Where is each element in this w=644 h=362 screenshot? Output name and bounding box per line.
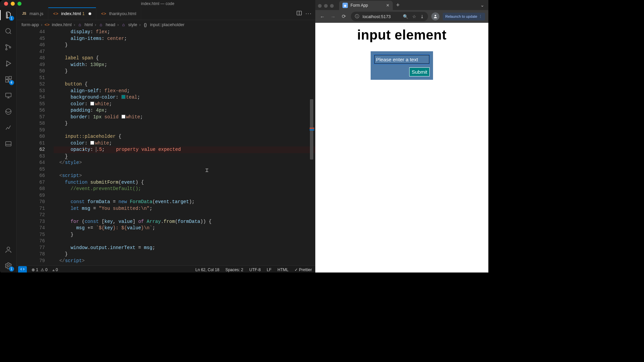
browser-tab-title: Form App <box>351 3 368 8</box>
remote-indicator-icon[interactable] <box>18 266 27 273</box>
panel-icon[interactable] <box>4 139 13 148</box>
graph-icon[interactable] <box>4 123 13 132</box>
breadcrumb-item[interactable]: ⌂head <box>98 22 115 27</box>
svg-point-13 <box>7 265 9 267</box>
editor-area: JS main.js <> index.html 1 <> thankyou.h… <box>17 7 315 274</box>
window-title: index.html — code <box>0 1 315 6</box>
svg-rect-9 <box>5 93 11 97</box>
search-icon[interactable] <box>4 27 13 36</box>
close-window-icon[interactable] <box>318 4 322 8</box>
explorer-icon[interactable]: 1 <box>4 11 13 19</box>
svg-rect-8 <box>9 76 11 79</box>
status-cursor-pos[interactable]: Ln 62, Col 18 <box>196 267 219 272</box>
minimize-window-icon[interactable] <box>324 4 328 8</box>
status-eol[interactable]: LF <box>267 267 271 272</box>
macos-traffic-lights <box>318 4 334 10</box>
code-content[interactable]: display: flex; align-items: center; } la… <box>54 29 315 265</box>
submit-button[interactable]: Submit <box>409 67 430 76</box>
status-encoding[interactable]: UTF-8 <box>249 267 261 272</box>
back-button[interactable]: ← <box>319 14 326 19</box>
remote-explorer-icon[interactable] <box>4 91 13 100</box>
browser-tab[interactable]: ◆ Form App ✕ <box>339 1 393 10</box>
breadcrumb-item[interactable]: <>index.html <box>44 22 71 27</box>
relaunch-to-update-button[interactable]: Relaunch to update ⋮ <box>443 13 485 20</box>
js-file-icon: JS <box>21 11 27 16</box>
svg-point-1 <box>5 45 7 46</box>
tab-problem-count: 1 <box>82 11 85 16</box>
more-actions-icon[interactable]: ··· <box>306 11 312 17</box>
svg-point-15 <box>434 15 436 16</box>
chevron-right-icon: › <box>139 22 141 27</box>
svg-point-0 <box>6 28 10 33</box>
tab-thankyouhtml[interactable]: <> thankyou.html <box>96 7 141 20</box>
svg-point-2 <box>5 49 7 50</box>
page-title: input element <box>357 27 447 43</box>
new-tab-button[interactable]: + <box>393 2 403 9</box>
svg-point-3 <box>9 47 10 48</box>
ai-suggestion-icon[interactable]: ✦ <box>83 146 85 153</box>
settings-badge: 1 <box>9 266 14 272</box>
address-bar[interactable]: ⓘ localhost:5173 🔍 ☆ ⤓ <box>351 12 428 21</box>
extensions-badge: 4 <box>9 80 14 85</box>
svg-rect-5 <box>5 77 8 79</box>
bookmark-star-icon[interactable]: ☆ <box>412 14 416 19</box>
window-shadow <box>0 273 488 274</box>
tab-indexhtml[interactable]: <> index.html 1 <box>48 7 96 20</box>
macos-traffic-lights: index.html — code <box>0 0 315 7</box>
url-text: localhost:5173 <box>363 14 391 19</box>
editor-tabs: JS main.js <> index.html 1 <> thankyou.h… <box>17 7 315 20</box>
overview-error-marker[interactable] <box>310 128 314 129</box>
breadcrumb-item[interactable]: {}input::placeholder <box>143 22 184 27</box>
run-debug-icon[interactable] <box>4 59 13 68</box>
ibeam-cursor-icon: ⌶ <box>205 168 209 174</box>
install-app-icon[interactable]: ⤓ <box>420 14 424 19</box>
code-editor[interactable]: 4445464748495051525354555657585960616263… <box>17 29 315 265</box>
kebab-menu-icon: ⋮ <box>479 14 482 19</box>
breadcrumbs[interactable]: form-app › <>index.html › ⌂html › ⌂head … <box>17 20 315 29</box>
browser-chrome: ◆ Form App ✕ + ⌄ ← → ⟳ ⓘ localhost:5173 … <box>315 0 488 23</box>
forward-button[interactable]: → <box>329 14 337 19</box>
status-indent[interactable]: Spaces: 2 <box>225 267 243 272</box>
reload-button[interactable]: ⟳ <box>340 13 347 19</box>
favicon-icon: ◆ <box>342 3 348 8</box>
settings-gear-icon[interactable]: 1 <box>4 261 13 270</box>
svg-rect-6 <box>5 80 8 82</box>
zoom-reset-icon[interactable]: 🔍 <box>403 14 408 19</box>
edge-tools-icon[interactable] <box>4 107 13 116</box>
status-formatter[interactable]: ✓ Prettier <box>294 267 312 272</box>
radio-tower-icon: ⟁ <box>52 267 55 272</box>
svg-point-12 <box>7 247 10 250</box>
breadcrumb-item[interactable]: ⌂style <box>121 22 137 27</box>
close-tab-icon[interactable]: ✕ <box>386 3 389 8</box>
tab-mainjs[interactable]: JS main.js <box>17 7 48 20</box>
check-icon: ✓ <box>294 267 298 272</box>
html-file-icon: <> <box>53 11 58 16</box>
svg-rect-11 <box>5 142 11 146</box>
page-content: input element Submit <box>315 23 488 274</box>
tab-list-chevron-icon[interactable]: ⌄ <box>476 2 488 8</box>
split-editor-icon[interactable] <box>296 10 302 17</box>
status-problems[interactable]: ⊗ 1 ⚠ 0 <box>32 267 48 272</box>
demo-form: Submit <box>371 51 433 80</box>
chevron-right-icon: › <box>41 22 42 27</box>
breadcrumb-item[interactable]: ⌂html <box>77 22 93 27</box>
text-input[interactable] <box>374 55 430 64</box>
source-control-icon[interactable] <box>4 43 13 52</box>
tab-label: main.js <box>30 11 43 16</box>
profile-avatar-icon[interactable] <box>431 12 439 20</box>
status-language[interactable]: HTML <box>277 267 288 272</box>
error-count-icon: ⊗ <box>32 267 35 272</box>
chevron-right-icon: › <box>117 22 119 27</box>
activity-bar: 1 4 <box>0 7 17 274</box>
warning-count-icon: ⚠ <box>41 267 44 272</box>
zoom-window-icon[interactable] <box>330 4 334 8</box>
status-ports[interactable]: ⟁ 0 <box>52 267 58 272</box>
breadcrumb-item[interactable]: form-app <box>21 22 39 27</box>
tab-dirty-icon <box>89 12 91 15</box>
site-info-icon[interactable]: ⓘ <box>355 13 359 19</box>
account-icon[interactable] <box>4 245 13 254</box>
browser-toolbar: ← → ⟳ ⓘ localhost:5173 🔍 ☆ ⤓ Relaunch to… <box>315 10 488 23</box>
line-number-gutter: 4445464748495051525354555657585960616263… <box>17 29 54 265</box>
extensions-icon[interactable]: 4 <box>4 75 13 84</box>
html-file-icon: <> <box>101 11 106 16</box>
